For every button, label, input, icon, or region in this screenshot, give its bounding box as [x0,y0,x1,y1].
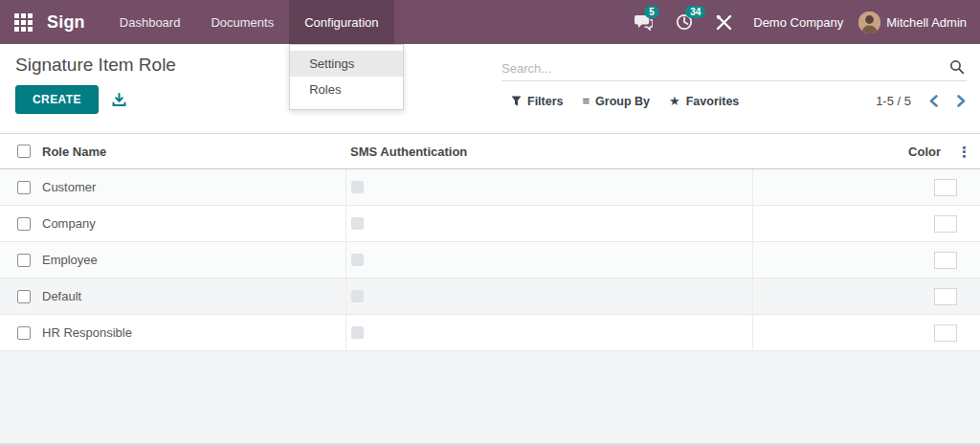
chevron-right-icon [956,95,967,107]
row-checkbox[interactable] [17,254,31,267]
chevron-left-icon [928,95,939,107]
row-select-cell [0,242,38,279]
color-swatch[interactable] [934,215,957,233]
apps-menu-button[interactable] [0,0,47,44]
sms-auth-checkbox [351,181,364,193]
select-all-checkbox[interactable] [17,145,31,158]
color-cell [752,206,980,242]
role-name-cell[interactable]: Company [38,206,345,242]
filter-icon [511,96,522,106]
messages-button[interactable]: 5 [623,0,664,44]
company-switcher[interactable]: Demo Company [744,15,858,30]
nav-item-dashboard[interactable]: Dashboard [104,0,196,44]
column-header-color[interactable]: Color [908,145,941,159]
row-select-cell [0,279,38,315]
table-header-row: Role Name SMS Authentication Color ⋮ [0,134,980,169]
row-select-cell [0,169,38,206]
row-select-cell [0,315,38,351]
configuration-dropdown: Settings Roles [289,44,404,110]
color-cell [752,242,980,279]
optional-columns-icon[interactable]: ⋮ [954,145,974,159]
role-name-cell[interactable]: Employee [38,242,345,279]
export-button[interactable] [112,93,126,107]
role-name-text: Employee [42,253,98,267]
color-swatch[interactable] [934,288,957,305]
app-brand[interactable]: Sign [47,0,104,44]
search-input[interactable] [501,61,967,76]
pager-range: 1-5 / 5 [876,94,911,108]
row-checkbox[interactable] [17,290,31,303]
search-button[interactable] [949,59,965,78]
color-swatch[interactable] [934,179,957,196]
sms-auth-checkbox [351,326,364,339]
sms-auth-cell [345,279,752,315]
row-checkbox[interactable] [17,217,31,231]
row-select-cell [0,206,38,242]
tools-icon [716,14,732,31]
role-name-text: HR Responsible [42,325,132,340]
download-icon [112,93,126,107]
sms-auth-cell [345,242,752,279]
sms-auth-cell [345,169,752,206]
color-swatch[interactable] [934,324,957,342]
table-row[interactable]: Employee [0,242,980,279]
control-panel: Signature Item Role CREATE [0,44,980,133]
pager-previous-button[interactable] [928,95,939,107]
sms-auth-cell [345,206,752,242]
table-row[interactable]: HR Responsible [0,315,980,351]
role-name-cell[interactable]: HR Responsible [38,315,345,351]
user-name: Mitchell Admin [886,15,967,30]
group-by-button[interactable]: ≡ Group By [573,90,660,112]
activities-badge: 34 [685,6,705,18]
pager-next-button[interactable] [956,95,967,107]
sms-auth-checkbox [351,290,364,302]
star-icon: ★ [669,94,680,108]
column-header-sms-authentication[interactable]: SMS Authentication [345,134,752,169]
search-icon [949,59,965,75]
user-avatar [858,11,880,33]
role-name-cell[interactable]: Customer [38,169,345,206]
color-swatch[interactable] [934,252,957,269]
user-menu[interactable]: Mitchell Admin [858,11,967,33]
messages-badge: 5 [644,6,659,18]
table-row[interactable]: Default [0,279,980,315]
content-background [0,351,980,443]
sms-auth-checkbox [351,217,364,230]
role-name-text: Default [42,289,81,303]
row-checkbox[interactable] [17,326,31,340]
activities-button[interactable]: 34 [664,0,704,44]
dropdown-item-settings[interactable]: Settings [290,51,403,77]
search-box [501,56,967,81]
row-checkbox[interactable] [17,181,31,194]
filters-button[interactable]: Filters [501,91,573,112]
top-navbar: Sign Dashboard Documents Configuration S… [0,0,980,44]
nav-item-configuration[interactable]: Configuration Settings Roles [289,0,393,44]
sms-auth-cell [345,315,752,351]
color-cell [752,315,980,351]
table-row[interactable]: Customer [0,169,980,206]
role-name-text: Customer [42,180,96,194]
create-button[interactable]: CREATE [15,85,99,114]
page-title: Signature Item Role [15,55,490,76]
nav-item-documents[interactable]: Documents [195,0,289,44]
column-header-role-name[interactable]: Role Name [38,134,345,169]
dropdown-item-roles[interactable]: Roles [290,77,403,102]
apps-grid-icon [14,13,33,32]
group-by-icon: ≡ [583,94,590,108]
color-cell [752,279,980,315]
role-list-table: Role Name SMS Authentication Color ⋮ Cus… [0,133,980,351]
table-row[interactable]: Company [0,206,980,242]
role-table-body: Customer Company Employee [0,169,980,351]
favorites-button[interactable]: ★ Favorites [659,90,748,112]
role-name-text: Company [42,216,96,231]
sms-auth-checkbox [351,254,364,266]
role-name-cell[interactable]: Default [38,279,345,315]
color-cell [752,169,980,206]
debug-tools-button[interactable] [704,0,744,44]
